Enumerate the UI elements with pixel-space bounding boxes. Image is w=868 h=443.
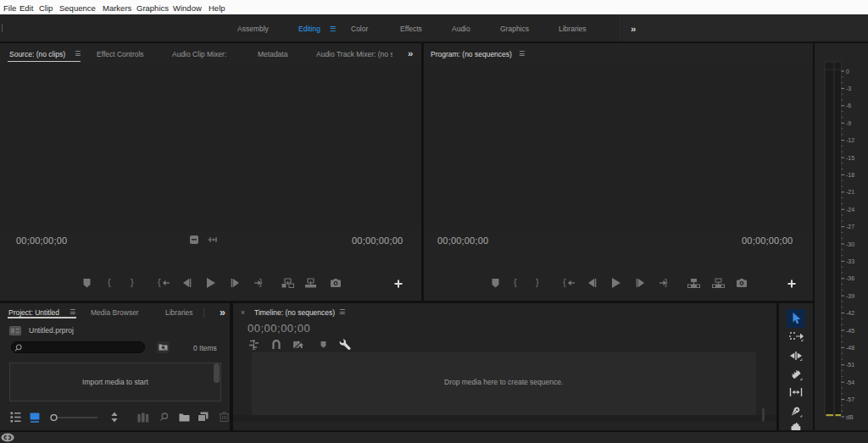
svg-text:-42: -42 [846, 310, 854, 316]
svg-text:-12: -12 [846, 137, 854, 143]
svg-text:-33: -33 [846, 258, 854, 264]
svg-text:-18: -18 [846, 172, 854, 178]
svg-text:-51: -51 [846, 362, 854, 368]
svg-text:-3: -3 [846, 86, 851, 91]
svg-text:-57: -57 [846, 396, 854, 402]
svg-text:-27: -27 [846, 224, 854, 230]
svg-text:-54: -54 [846, 379, 854, 385]
svg-text:-6: -6 [846, 102, 851, 108]
svg-text:-45: -45 [846, 328, 854, 334]
svg-text:-39: -39 [846, 293, 854, 299]
svg-text:-30: -30 [846, 241, 854, 247]
svg-text:dB: dB [846, 414, 854, 420]
svg-text:-36: -36 [846, 275, 854, 281]
svg-text:-21: -21 [846, 189, 854, 195]
svg-text:0: 0 [846, 69, 849, 75]
svg-text:-15: -15 [846, 155, 854, 161]
svg-text:-9: -9 [846, 120, 851, 126]
svg-text:-24: -24 [846, 207, 854, 213]
svg-text:-48: -48 [846, 345, 854, 351]
